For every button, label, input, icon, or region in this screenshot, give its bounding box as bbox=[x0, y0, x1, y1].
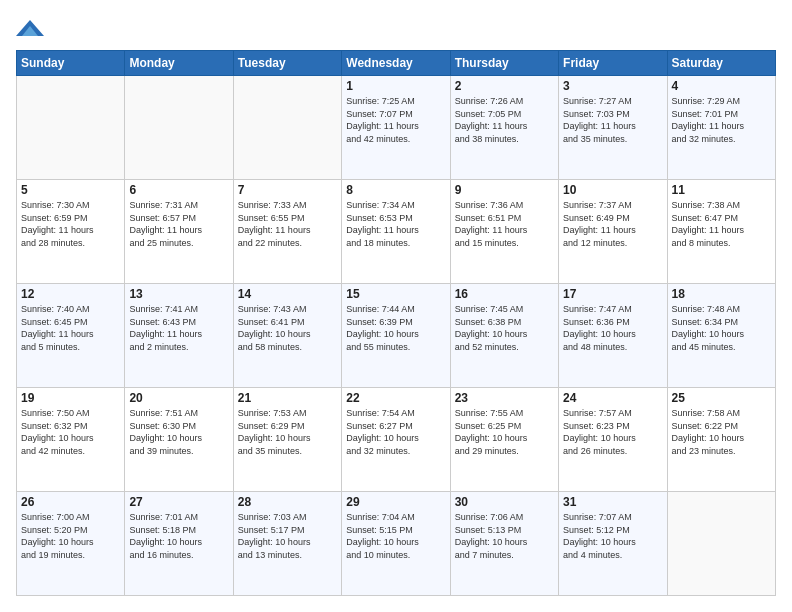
day-info: Sunrise: 7:50 AM Sunset: 6:32 PM Dayligh… bbox=[21, 407, 120, 457]
day-info: Sunrise: 7:37 AM Sunset: 6:49 PM Dayligh… bbox=[563, 199, 662, 249]
day-info: Sunrise: 7:55 AM Sunset: 6:25 PM Dayligh… bbox=[455, 407, 554, 457]
day-info: Sunrise: 7:57 AM Sunset: 6:23 PM Dayligh… bbox=[563, 407, 662, 457]
weekday-header-thursday: Thursday bbox=[450, 51, 558, 76]
weekday-header-tuesday: Tuesday bbox=[233, 51, 341, 76]
calendar-cell: 24Sunrise: 7:57 AM Sunset: 6:23 PM Dayli… bbox=[559, 388, 667, 492]
day-info: Sunrise: 7:47 AM Sunset: 6:36 PM Dayligh… bbox=[563, 303, 662, 353]
day-number: 3 bbox=[563, 79, 662, 93]
day-number: 17 bbox=[563, 287, 662, 301]
day-number: 21 bbox=[238, 391, 337, 405]
calendar-week-2: 5Sunrise: 7:30 AM Sunset: 6:59 PM Daylig… bbox=[17, 180, 776, 284]
day-info: Sunrise: 7:40 AM Sunset: 6:45 PM Dayligh… bbox=[21, 303, 120, 353]
day-number: 23 bbox=[455, 391, 554, 405]
calendar-header: SundayMondayTuesdayWednesdayThursdayFrid… bbox=[17, 51, 776, 76]
calendar-cell bbox=[125, 76, 233, 180]
calendar-cell: 19Sunrise: 7:50 AM Sunset: 6:32 PM Dayli… bbox=[17, 388, 125, 492]
day-number: 16 bbox=[455, 287, 554, 301]
calendar-week-3: 12Sunrise: 7:40 AM Sunset: 6:45 PM Dayli… bbox=[17, 284, 776, 388]
day-number: 8 bbox=[346, 183, 445, 197]
calendar-cell: 11Sunrise: 7:38 AM Sunset: 6:47 PM Dayli… bbox=[667, 180, 775, 284]
calendar-cell: 21Sunrise: 7:53 AM Sunset: 6:29 PM Dayli… bbox=[233, 388, 341, 492]
calendar-cell: 25Sunrise: 7:58 AM Sunset: 6:22 PM Dayli… bbox=[667, 388, 775, 492]
day-number: 6 bbox=[129, 183, 228, 197]
day-info: Sunrise: 7:38 AM Sunset: 6:47 PM Dayligh… bbox=[672, 199, 771, 249]
calendar-cell: 6Sunrise: 7:31 AM Sunset: 6:57 PM Daylig… bbox=[125, 180, 233, 284]
calendar-cell: 1Sunrise: 7:25 AM Sunset: 7:07 PM Daylig… bbox=[342, 76, 450, 180]
day-info: Sunrise: 7:58 AM Sunset: 6:22 PM Dayligh… bbox=[672, 407, 771, 457]
calendar-cell: 26Sunrise: 7:00 AM Sunset: 5:20 PM Dayli… bbox=[17, 492, 125, 596]
day-info: Sunrise: 7:51 AM Sunset: 6:30 PM Dayligh… bbox=[129, 407, 228, 457]
day-info: Sunrise: 7:01 AM Sunset: 5:18 PM Dayligh… bbox=[129, 511, 228, 561]
weekday-header-friday: Friday bbox=[559, 51, 667, 76]
header bbox=[16, 16, 776, 40]
day-info: Sunrise: 7:34 AM Sunset: 6:53 PM Dayligh… bbox=[346, 199, 445, 249]
day-info: Sunrise: 7:07 AM Sunset: 5:12 PM Dayligh… bbox=[563, 511, 662, 561]
day-info: Sunrise: 7:48 AM Sunset: 6:34 PM Dayligh… bbox=[672, 303, 771, 353]
day-number: 18 bbox=[672, 287, 771, 301]
calendar-week-5: 26Sunrise: 7:00 AM Sunset: 5:20 PM Dayli… bbox=[17, 492, 776, 596]
day-info: Sunrise: 7:26 AM Sunset: 7:05 PM Dayligh… bbox=[455, 95, 554, 145]
day-info: Sunrise: 7:00 AM Sunset: 5:20 PM Dayligh… bbox=[21, 511, 120, 561]
calendar-cell: 22Sunrise: 7:54 AM Sunset: 6:27 PM Dayli… bbox=[342, 388, 450, 492]
day-info: Sunrise: 7:53 AM Sunset: 6:29 PM Dayligh… bbox=[238, 407, 337, 457]
weekday-header-wednesday: Wednesday bbox=[342, 51, 450, 76]
day-info: Sunrise: 7:03 AM Sunset: 5:17 PM Dayligh… bbox=[238, 511, 337, 561]
calendar-cell: 9Sunrise: 7:36 AM Sunset: 6:51 PM Daylig… bbox=[450, 180, 558, 284]
logo-icon bbox=[16, 16, 44, 40]
day-number: 25 bbox=[672, 391, 771, 405]
calendar-cell: 27Sunrise: 7:01 AM Sunset: 5:18 PM Dayli… bbox=[125, 492, 233, 596]
calendar-cell: 15Sunrise: 7:44 AM Sunset: 6:39 PM Dayli… bbox=[342, 284, 450, 388]
day-info: Sunrise: 7:45 AM Sunset: 6:38 PM Dayligh… bbox=[455, 303, 554, 353]
page: SundayMondayTuesdayWednesdayThursdayFrid… bbox=[0, 0, 792, 612]
day-info: Sunrise: 7:43 AM Sunset: 6:41 PM Dayligh… bbox=[238, 303, 337, 353]
day-number: 31 bbox=[563, 495, 662, 509]
day-number: 7 bbox=[238, 183, 337, 197]
day-number: 5 bbox=[21, 183, 120, 197]
weekday-header-monday: Monday bbox=[125, 51, 233, 76]
calendar-table: SundayMondayTuesdayWednesdayThursdayFrid… bbox=[16, 50, 776, 596]
day-info: Sunrise: 7:33 AM Sunset: 6:55 PM Dayligh… bbox=[238, 199, 337, 249]
day-number: 1 bbox=[346, 79, 445, 93]
day-number: 12 bbox=[21, 287, 120, 301]
day-number: 22 bbox=[346, 391, 445, 405]
calendar-cell: 16Sunrise: 7:45 AM Sunset: 6:38 PM Dayli… bbox=[450, 284, 558, 388]
calendar-cell bbox=[667, 492, 775, 596]
calendar-body: 1Sunrise: 7:25 AM Sunset: 7:07 PM Daylig… bbox=[17, 76, 776, 596]
day-number: 26 bbox=[21, 495, 120, 509]
calendar-cell: 31Sunrise: 7:07 AM Sunset: 5:12 PM Dayli… bbox=[559, 492, 667, 596]
calendar-cell: 5Sunrise: 7:30 AM Sunset: 6:59 PM Daylig… bbox=[17, 180, 125, 284]
day-number: 10 bbox=[563, 183, 662, 197]
calendar-cell: 4Sunrise: 7:29 AM Sunset: 7:01 PM Daylig… bbox=[667, 76, 775, 180]
weekday-header-saturday: Saturday bbox=[667, 51, 775, 76]
day-info: Sunrise: 7:25 AM Sunset: 7:07 PM Dayligh… bbox=[346, 95, 445, 145]
day-info: Sunrise: 7:06 AM Sunset: 5:13 PM Dayligh… bbox=[455, 511, 554, 561]
day-number: 11 bbox=[672, 183, 771, 197]
day-number: 15 bbox=[346, 287, 445, 301]
calendar-cell: 8Sunrise: 7:34 AM Sunset: 6:53 PM Daylig… bbox=[342, 180, 450, 284]
calendar-cell: 10Sunrise: 7:37 AM Sunset: 6:49 PM Dayli… bbox=[559, 180, 667, 284]
calendar-cell bbox=[233, 76, 341, 180]
day-info: Sunrise: 7:41 AM Sunset: 6:43 PM Dayligh… bbox=[129, 303, 228, 353]
logo bbox=[16, 16, 48, 40]
day-number: 4 bbox=[672, 79, 771, 93]
calendar-week-4: 19Sunrise: 7:50 AM Sunset: 6:32 PM Dayli… bbox=[17, 388, 776, 492]
day-info: Sunrise: 7:54 AM Sunset: 6:27 PM Dayligh… bbox=[346, 407, 445, 457]
calendar-cell: 2Sunrise: 7:26 AM Sunset: 7:05 PM Daylig… bbox=[450, 76, 558, 180]
day-number: 2 bbox=[455, 79, 554, 93]
calendar-cell: 28Sunrise: 7:03 AM Sunset: 5:17 PM Dayli… bbox=[233, 492, 341, 596]
day-number: 13 bbox=[129, 287, 228, 301]
calendar-cell bbox=[17, 76, 125, 180]
weekday-header-sunday: Sunday bbox=[17, 51, 125, 76]
calendar-cell: 14Sunrise: 7:43 AM Sunset: 6:41 PM Dayli… bbox=[233, 284, 341, 388]
calendar-cell: 23Sunrise: 7:55 AM Sunset: 6:25 PM Dayli… bbox=[450, 388, 558, 492]
day-info: Sunrise: 7:31 AM Sunset: 6:57 PM Dayligh… bbox=[129, 199, 228, 249]
day-number: 19 bbox=[21, 391, 120, 405]
calendar-cell: 30Sunrise: 7:06 AM Sunset: 5:13 PM Dayli… bbox=[450, 492, 558, 596]
calendar-cell: 17Sunrise: 7:47 AM Sunset: 6:36 PM Dayli… bbox=[559, 284, 667, 388]
day-number: 14 bbox=[238, 287, 337, 301]
calendar-cell: 29Sunrise: 7:04 AM Sunset: 5:15 PM Dayli… bbox=[342, 492, 450, 596]
day-info: Sunrise: 7:27 AM Sunset: 7:03 PM Dayligh… bbox=[563, 95, 662, 145]
day-number: 24 bbox=[563, 391, 662, 405]
calendar-cell: 20Sunrise: 7:51 AM Sunset: 6:30 PM Dayli… bbox=[125, 388, 233, 492]
day-number: 27 bbox=[129, 495, 228, 509]
